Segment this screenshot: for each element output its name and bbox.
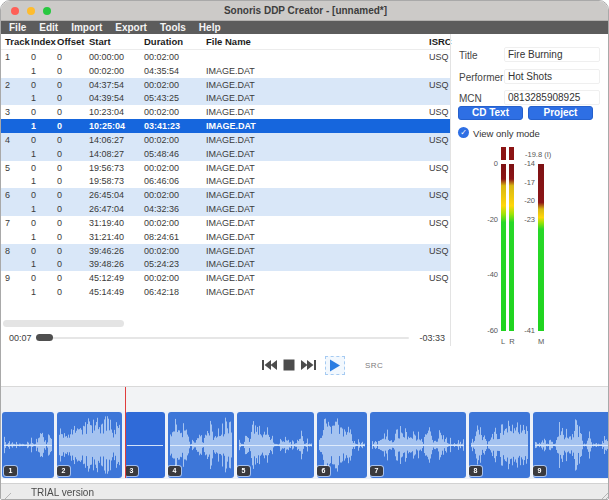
menu-help[interactable]: Help — [199, 21, 221, 34]
clip-indicator-left — [501, 147, 506, 160]
next-track-icon — [301, 359, 317, 371]
stop-button[interactable] — [283, 359, 295, 371]
table-row[interactable]: 70031:19:4000:02:00IMAGE.DATUSQ — [1, 216, 450, 230]
mono-channel-label: M — [537, 337, 545, 346]
title-field[interactable] — [504, 47, 600, 62]
menu-import[interactable]: Import — [71, 21, 102, 34]
table-row[interactable]: 90045:12:4900:02:00IMAGE.DATUSQ — [1, 271, 450, 285]
resize-grip-left-icon[interactable] — [2, 492, 12, 500]
right-channel-label: R — [508, 337, 516, 346]
track-marker-badge[interactable]: 2 — [57, 466, 70, 476]
elapsed-time-label: 00:07 — [9, 333, 32, 343]
column-header: File Name — [206, 36, 429, 47]
table-row[interactable]: 80039:46:2600:02:00IMAGE.DATUSQ — [1, 244, 450, 258]
track-marker-badge[interactable]: 4 — [168, 466, 181, 476]
play-button[interactable] — [325, 356, 345, 375]
track-marker-badge[interactable]: 6 — [317, 466, 330, 476]
trial-version-label: TRIAL version — [31, 484, 94, 500]
menu-export[interactable]: Export — [115, 21, 147, 34]
level-meter-right — [509, 164, 514, 331]
transport-controls: SRC — [261, 353, 383, 377]
cd-text-button[interactable]: CD Text — [458, 106, 523, 120]
performer-label: Performer — [459, 72, 503, 83]
playhead-line[interactable] — [125, 387, 126, 478]
table-row[interactable]: 1014:08:2705:48:46IMAGE.DAT — [1, 147, 450, 161]
meter-scale-label: -20 — [468, 216, 498, 224]
meter-scale-label: -14 — [505, 160, 535, 168]
column-header: Duration — [144, 36, 206, 47]
title-bar[interactable]: Sonoris DDP Creator - [unnamed*] — [1, 1, 609, 21]
view-only-label: View only mode — [473, 128, 540, 139]
mcn-label: MCN — [459, 93, 482, 104]
track-table: 10000:00:0000:02:00USQ1000:02:0004:35:54… — [1, 50, 450, 299]
scrub-track[interactable] — [37, 337, 409, 339]
table-row[interactable]: 60026:45:0400:02:00IMAGE.DATUSQ — [1, 188, 450, 202]
app-window: Sonoris DDP Creator - [unnamed*] FileEdi… — [0, 0, 609, 500]
column-header: ISRC — [429, 36, 458, 47]
track-marker-badge[interactable]: 5 — [237, 466, 250, 476]
table-row[interactable]: 40014:06:2700:02:00IMAGE.DATUSQ — [1, 133, 450, 147]
column-header: Start — [89, 36, 144, 47]
project-button[interactable]: Project — [528, 106, 593, 120]
track-marker-badge[interactable]: 9 — [533, 466, 546, 476]
scrub-handle[interactable] — [36, 334, 53, 341]
left-channel-label: L — [499, 337, 507, 346]
table-row[interactable]: 1019:58:7306:46:06IMAGE.DAT — [1, 174, 450, 188]
waveform-display[interactable]: 123456789 — [1, 411, 609, 479]
column-header: Offset — [57, 36, 89, 47]
track-marker-badge[interactable]: 7 — [370, 466, 383, 476]
table-row[interactable]: 1045:14:4906:42:18IMAGE.DAT — [1, 285, 450, 299]
loudness-readout: -19.8 (I) — [525, 150, 551, 159]
track-marker-badge[interactable]: 3 — [125, 466, 138, 476]
meter-scale-label: -23 — [505, 216, 535, 224]
mcn-field[interactable] — [504, 90, 600, 105]
loudness-meter — [538, 164, 544, 331]
table-row[interactable]: 1010:25:0403:41:23IMAGE.DAT — [1, 119, 450, 133]
column-header: Track — [5, 36, 31, 47]
table-row[interactable]: 30010:23:0400:02:00IMAGE.DATUSQ — [1, 105, 450, 119]
table-row[interactable]: 1026:47:0404:32:36IMAGE.DAT — [1, 202, 450, 216]
play-icon — [329, 359, 341, 372]
column-header: Index — [31, 36, 57, 47]
window-title: Sonoris DDP Creator - [unnamed*] — [1, 1, 609, 21]
table-row[interactable]: 1004:39:5405:43:25IMAGE.DAT — [1, 91, 450, 105]
src-label: SRC — [365, 361, 383, 370]
clip-indicator-right — [509, 147, 514, 160]
stop-icon — [283, 359, 295, 371]
menu-bar: FileEditImportExportToolsHelp — [1, 21, 609, 34]
table-row[interactable]: 1039:48:2605:24:23IMAGE.DAT — [1, 257, 450, 271]
panel-divider — [450, 34, 451, 346]
track-marker-badge[interactable]: 8 — [469, 466, 482, 476]
title-label: Title — [459, 50, 478, 61]
track-marker-badge[interactable]: 1 — [4, 466, 17, 476]
menu-file[interactable]: File — [9, 21, 26, 34]
table-row[interactable]: 20004:37:5400:02:00IMAGE.DATUSQ — [1, 78, 450, 92]
table-row[interactable]: 1031:21:4008:24:61IMAGE.DAT — [1, 230, 450, 244]
menu-edit[interactable]: Edit — [39, 21, 58, 34]
waveform-canvas[interactable] — [1, 412, 609, 478]
previous-track-button[interactable] — [261, 359, 277, 371]
table-scrollbar[interactable] — [3, 320, 124, 327]
table-row[interactable]: 50019:56:7300:02:00IMAGE.DATUSQ — [1, 161, 450, 175]
table-header: TrackIndexOffsetStartDurationFile NameIS… — [1, 34, 450, 50]
level-meter-left — [501, 164, 506, 331]
table-row[interactable]: 10000:00:0000:02:00USQ — [1, 50, 450, 64]
resize-grip-right-icon[interactable] — [598, 491, 609, 500]
meter-scale-label: -60 — [468, 327, 498, 335]
waveform-header: 10:32 51:56:67 — [1, 386, 609, 411]
meter-scale-label: -17 — [505, 179, 535, 187]
previous-track-icon — [261, 359, 277, 371]
table-row[interactable]: 1000:02:0004:35:54IMAGE.DAT — [1, 64, 450, 78]
meter-scale-label: -41 — [505, 327, 535, 335]
meter-scale-label: 0 — [468, 160, 498, 168]
meter-scale-label: -40 — [468, 271, 498, 279]
menu-tools[interactable]: Tools — [160, 21, 186, 34]
next-track-button[interactable] — [301, 359, 317, 371]
status-bar: TRIAL version — [1, 483, 609, 500]
meter-scale-label: -20 — [505, 197, 535, 205]
remaining-time-label: -03:33 — [411, 333, 445, 343]
view-only-checkbox[interactable]: ✓ — [458, 127, 469, 138]
performer-field[interactable] — [504, 69, 600, 84]
